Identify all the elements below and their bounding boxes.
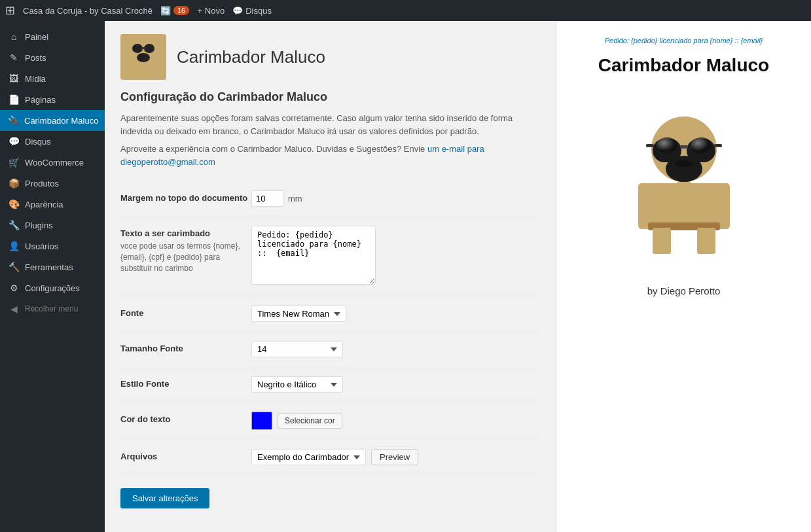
preview-button[interactable]: Preview: [371, 449, 418, 465]
info-text: Aproveite a experiência com o Carimbador…: [120, 144, 427, 154]
disqus-item[interactable]: 💬 Disqus: [232, 6, 272, 16]
margin-input-group: mm: [251, 190, 540, 207]
color-row: Cor do texto Selecionar cor: [120, 402, 540, 440]
sidebar-item-label: Plugins: [25, 221, 53, 230]
font-style-select[interactable]: Normal Negrito Itálico Negrito e Itálico: [251, 376, 343, 393]
archives-row-inner: Exemplo do Carimbador Preview: [251, 449, 540, 465]
sidebar: ⌂ Painel ✎ Posts 🖼 Mídia 📄 Páginas 🔌 Car…: [0, 21, 105, 532]
sidebar-item-label: Configurações: [25, 283, 80, 293]
sidebar-item-usuarios[interactable]: 👤 Usuários: [0, 236, 105, 257]
svg-rect-18: [646, 144, 654, 147]
font-size-row: Tamanho Fonte 10 11 12 13 14 16 18 20: [120, 332, 540, 367]
sidebar-item-plugins[interactable]: 🔧 Plugins: [0, 215, 105, 236]
sidebar-item-label: WooCommerce: [25, 158, 84, 168]
font-select[interactable]: Times New Roman Arial Courier New Georgi…: [251, 306, 346, 322]
font-size-select[interactable]: 10 11 12 13 14 16 18 20: [251, 341, 343, 357]
sidebar-collapse-menu[interactable]: ◀ Recolher menu: [0, 298, 105, 319]
svg-rect-17: [680, 145, 688, 149]
woo-icon: 🛒: [8, 157, 20, 168]
new-label: Novo: [205, 6, 225, 16]
media-icon: 🖼: [8, 73, 20, 84]
svg-point-20: [675, 160, 693, 167]
updates-item[interactable]: 🔄 16: [160, 6, 189, 16]
svg-point-2: [132, 44, 143, 53]
site-name[interactable]: Casa da Coruja - by Casal Crochê: [23, 6, 153, 16]
disqus-sidebar-icon: 💬: [8, 136, 20, 147]
stamp-text-label-container: Texto a ser carimbado voce pode usar os …: [120, 226, 251, 274]
sidebar-item-label: Painel: [25, 32, 48, 42]
archives-row: Arquivos Exemplo do Carimbador Preview: [120, 440, 540, 475]
wp-logo-icon[interactable]: ⊞: [5, 3, 15, 18]
sidebar-item-painel[interactable]: ⌂ Painel: [0, 26, 105, 47]
info-message: Aproveite a experiência com o Carimbador…: [120, 143, 540, 168]
font-style-label: Estilo Fonte: [120, 376, 251, 389]
preview-panel: Pedido: {pedido} licenciado para {nome} …: [556, 21, 811, 532]
preview-byline: by Diego Perotto: [569, 285, 798, 296]
preview-inner: Pedido: {pedido} licenciado para {nome} …: [556, 21, 811, 312]
new-item[interactable]: + Novo: [197, 6, 225, 16]
svg-point-5: [137, 53, 150, 62]
success-message: Aparentemente suas opções foram salvas c…: [120, 112, 540, 137]
svg-rect-9: [697, 228, 715, 254]
sidebar-item-disqus[interactable]: 💬 Disqus: [0, 131, 105, 152]
posts-icon: ✎: [8, 52, 20, 63]
disqus-label: Disqus: [245, 6, 272, 16]
select-color-button[interactable]: Selecionar cor: [278, 413, 342, 429]
tools-icon: 🔨: [8, 262, 20, 272]
preview-order-line: Pedido: {pedido} licenciado para {nome} …: [569, 37, 798, 44]
sidebar-item-configuracoes[interactable]: ⚙ Configurações: [0, 277, 105, 298]
stamp-text-hint: voce pode usar os termos {nome}, {email}…: [120, 241, 251, 274]
pages-icon: 📄: [8, 94, 20, 105]
plus-icon: +: [197, 6, 202, 16]
svg-rect-8: [653, 228, 671, 254]
svg-rect-19: [714, 144, 722, 147]
settings-icon: ⚙: [8, 283, 20, 293]
appearance-icon: 🎨: [8, 199, 20, 209]
sidebar-item-woocommerce[interactable]: 🛒 WooCommerce: [0, 152, 105, 173]
sidebar-item-label: Mídia: [25, 74, 46, 84]
plugin-logo-svg: [120, 34, 166, 80]
sidebar-item-label: Aparência: [25, 200, 63, 209]
preview-character: [569, 92, 798, 275]
plugin-logo: [120, 34, 166, 80]
svg-rect-4: [141, 47, 145, 49]
margin-row: Margem no topo do documento mm: [120, 181, 540, 217]
stamp-text-row: Texto a ser carimbado voce pode usar os …: [120, 217, 540, 296]
content-area: Carimbador Maluco Configuração do Carimb…: [105, 21, 811, 532]
margin-unit: mm: [288, 194, 302, 204]
sidebar-item-midia[interactable]: 🖼 Mídia: [0, 68, 105, 89]
font-style-control: Normal Negrito Itálico Negrito e Itálico: [251, 376, 540, 393]
config-title: Configuração do Carimbador Maluco: [120, 90, 540, 104]
sidebar-item-label: Posts: [25, 53, 46, 63]
collapse-icon: ◀: [8, 304, 20, 314]
disqus-icon: 💬: [232, 6, 243, 16]
sidebar-item-carimbador[interactable]: 🔌 Carimbador Maluco: [0, 110, 105, 131]
stamp-text-input[interactable]: Pedido: {pedido} licenciado para {nome} …: [251, 226, 376, 285]
sidebar-item-aparencia[interactable]: 🎨 Aparência: [0, 194, 105, 215]
sidebar-item-label: Disqus: [25, 137, 51, 147]
plugin-title: Carimbador Maluco: [177, 47, 325, 67]
font-control: Times New Roman Arial Courier New Georgi…: [251, 306, 540, 322]
color-row-inner: Selecionar cor: [251, 412, 540, 430]
svg-point-3: [144, 44, 154, 53]
dashboard-icon: ⌂: [8, 31, 20, 42]
font-style-row: Estilo Fonte Normal Negrito Itálico Negr…: [120, 367, 540, 402]
sidebar-item-label: Usuários: [25, 241, 58, 251]
margin-input[interactable]: [251, 190, 284, 207]
sidebar-item-paginas[interactable]: 📄 Páginas: [0, 89, 105, 110]
margin-control: mm: [251, 190, 540, 207]
archives-select[interactable]: Exemplo do Carimbador: [251, 449, 366, 465]
save-button[interactable]: Salvar alterações: [120, 488, 209, 508]
archives-label: Arquivos: [120, 449, 251, 461]
stamp-text-control: Pedido: {pedido} licenciado para {nome} …: [251, 226, 540, 287]
plugins-icon: 🔧: [8, 220, 20, 230]
color-swatch[interactable]: [251, 412, 272, 430]
font-size-label: Tamanho Fonte: [120, 341, 251, 353]
sidebar-item-posts[interactable]: ✎ Posts: [0, 47, 105, 68]
config-form: Margem no topo do documento mm Texto a s…: [120, 181, 540, 508]
sidebar-item-label: Carimbador Maluco: [24, 116, 98, 126]
sidebar-item-label: Páginas: [25, 95, 56, 105]
sidebar-item-ferramentas[interactable]: 🔨 Ferramentas: [0, 257, 105, 277]
sidebar-item-produtos[interactable]: 📦 Produtos: [0, 173, 105, 194]
sidebar-item-label: Ferramentas: [25, 262, 73, 272]
